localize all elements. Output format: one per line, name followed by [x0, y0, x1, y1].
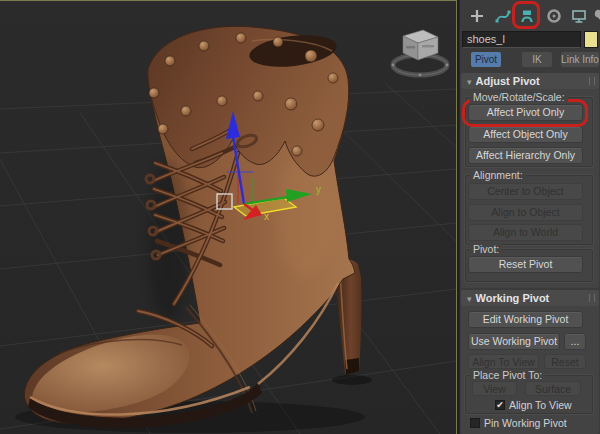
rollout-arrow-icon: ▾	[467, 294, 472, 304]
motion-panel-icon[interactable]	[543, 5, 565, 27]
create-panel-icon[interactable]	[466, 5, 488, 27]
heel-shadow	[332, 375, 372, 385]
reset-pivot-button[interactable]: Reset Pivot	[468, 256, 583, 273]
application-window: y x	[0, 0, 600, 434]
pin-working-pivot-checkbox[interactable]: Pin Working Pivot	[470, 417, 567, 429]
rollout-adjust-pivot-title: Adjust Pivot	[476, 75, 540, 87]
viewport-scene: y x	[0, 1, 456, 434]
rollout-grip-icon	[589, 77, 595, 85]
align-to-object-button[interactable]: Align to Object	[468, 204, 583, 221]
affect-hierarchy-only-button[interactable]: Affect Hierarchy Only	[468, 147, 583, 164]
object-color-swatch[interactable]	[584, 31, 598, 48]
edit-working-pivot-button[interactable]: Edit Working Pivot	[468, 311, 583, 328]
align-to-view-checkbox-label: Align To View	[509, 399, 572, 411]
use-working-pivot-options-button[interactable]: ...	[564, 333, 586, 350]
group-alignment-label: Alignment:	[470, 169, 526, 181]
rollout-adjust-pivot-header[interactable]: ▾Adjust Pivot	[461, 73, 599, 89]
object-name-field[interactable]: shoes_l	[462, 31, 581, 48]
reset-button[interactable]: Reset	[544, 354, 586, 369]
command-panel: shoes_l Pivot IK Link Info ▾Adjust Pivot…	[459, 0, 600, 434]
align-to-world-button[interactable]: Align to World	[468, 224, 583, 241]
hierarchy-panel-icon[interactable]	[516, 5, 538, 27]
tab-pivot[interactable]: Pivot	[471, 52, 501, 67]
tab-link-info[interactable]: Link Info	[561, 52, 599, 67]
tab-ik[interactable]: IK	[522, 52, 552, 67]
axis-y-label: y	[316, 184, 321, 195]
viewcube-face-label-smudge	[422, 45, 434, 47]
compass-tick	[419, 74, 422, 77]
rollout-grip-icon	[589, 294, 595, 302]
checkbox-unchecked-icon[interactable]	[470, 418, 480, 428]
use-working-pivot-button[interactable]: Use Working Pivot	[468, 333, 560, 350]
align-to-view-checkbox[interactable]: ✔ Align To View	[495, 399, 572, 411]
rollout-working-pivot-title: Working Pivot	[476, 292, 550, 304]
surface-button[interactable]: Surface	[525, 381, 581, 396]
affect-pivot-only-button[interactable]: Affect Pivot Only	[468, 104, 583, 121]
group-pivot-label: Pivot:	[470, 243, 502, 255]
axis-x-label: x	[264, 211, 269, 222]
modify-panel-icon[interactable]	[492, 5, 514, 27]
rollout-working-pivot-header[interactable]: ▾Working Pivot	[461, 290, 599, 306]
compass-tick	[446, 64, 449, 67]
pin-working-pivot-checkbox-label: Pin Working Pivot	[484, 417, 567, 429]
affect-object-only-button[interactable]: Affect Object Only	[468, 126, 583, 143]
display-panel-icon[interactable]	[568, 5, 590, 27]
group-place-pivot-to-label: Place Pivot To:	[470, 369, 545, 381]
view-button[interactable]: View	[472, 381, 517, 396]
group-move-rotate-scale-label: Move/Rotate/Scale:	[470, 91, 568, 103]
rollout-arrow-icon: ▾	[467, 77, 472, 87]
viewcube-face-label-smudge	[406, 46, 415, 48]
checkbox-checked-icon[interactable]: ✔	[495, 400, 505, 410]
compass-tick	[392, 64, 395, 67]
check-icon: ✔	[496, 401, 504, 410]
viewport[interactable]: y x	[0, 0, 457, 434]
center-to-object-button[interactable]: Center to Object	[468, 183, 583, 200]
utilities-panel-icon[interactable]	[589, 5, 600, 27]
align-to-view-button[interactable]: Align To View	[468, 354, 539, 369]
